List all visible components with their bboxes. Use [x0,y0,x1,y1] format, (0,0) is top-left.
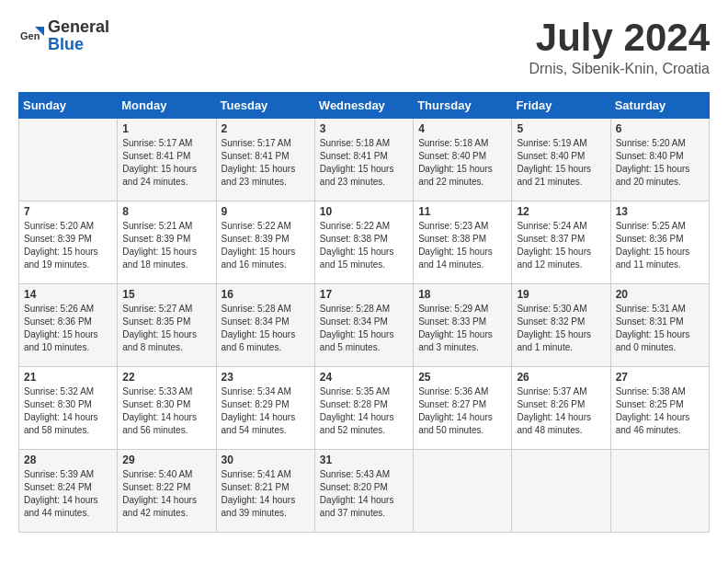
location-title: Drnis, Sibenik-Knin, Croatia [529,61,710,77]
day-info: Sunrise: 5:38 AM Sunset: 8:25 PM Dayligh… [616,385,704,437]
calendar-cell: 15Sunrise: 5:27 AM Sunset: 8:35 PM Dayli… [118,284,216,367]
calendar-cell: 8Sunrise: 5:21 AM Sunset: 8:39 PM Daylig… [118,201,216,284]
calendar-cell [19,119,118,201]
calendar-cell: 24Sunrise: 5:35 AM Sunset: 8:28 PM Dayli… [314,367,413,450]
day-info: Sunrise: 5:21 AM Sunset: 8:39 PM Dayligh… [122,220,210,271]
svg-text:Gen: Gen [20,30,40,41]
day-number: 23 [222,371,310,384]
calendar-cell: 30Sunrise: 5:41 AM Sunset: 8:21 PM Dayli… [216,450,314,533]
day-number: 1 [122,122,210,135]
day-info: Sunrise: 5:40 AM Sunset: 8:22 PM Dayligh… [122,468,210,520]
day-info: Sunrise: 5:35 AM Sunset: 8:28 PM Dayligh… [320,385,408,437]
day-info: Sunrise: 5:19 AM Sunset: 8:40 PM Dayligh… [517,137,605,189]
day-number: 18 [418,288,506,301]
day-number: 14 [24,288,112,301]
day-info: Sunrise: 5:26 AM Sunset: 8:36 PM Dayligh… [24,303,112,354]
day-number: 21 [24,371,112,384]
day-info: Sunrise: 5:43 AM Sunset: 8:20 PM Dayligh… [320,468,408,520]
day-number: 3 [320,122,408,135]
day-number: 20 [616,288,704,301]
day-info: Sunrise: 5:33 AM Sunset: 8:30 PM Dayligh… [122,385,210,437]
calendar-header-row: SundayMondayTuesdayWednesdayThursdayFrid… [19,93,710,119]
day-info: Sunrise: 5:28 AM Sunset: 8:34 PM Dayligh… [320,303,408,354]
calendar-cell: 14Sunrise: 5:26 AM Sunset: 8:36 PM Dayli… [19,284,118,367]
calendar-cell: 26Sunrise: 5:37 AM Sunset: 8:26 PM Dayli… [512,367,610,450]
day-number: 5 [517,122,605,135]
calendar-cell [610,450,709,533]
calendar-cell [414,450,512,533]
title-area: July 2024 Drnis, Sibenik-Knin, Croatia [529,18,710,77]
calendar-cell: 23Sunrise: 5:34 AM Sunset: 8:29 PM Dayli… [216,367,314,450]
calendar-week-row: 28Sunrise: 5:39 AM Sunset: 8:24 PM Dayli… [19,450,710,533]
logo-blue-text: Blue [48,35,84,53]
day-info: Sunrise: 5:20 AM Sunset: 8:39 PM Dayligh… [24,220,112,271]
calendar-cell: 6Sunrise: 5:20 AM Sunset: 8:40 PM Daylig… [610,119,709,201]
calendar-cell: 20Sunrise: 5:31 AM Sunset: 8:31 PM Dayli… [610,284,709,367]
calendar-week-row: 7Sunrise: 5:20 AM Sunset: 8:39 PM Daylig… [19,201,710,284]
day-number: 12 [517,205,605,218]
calendar-cell: 11Sunrise: 5:23 AM Sunset: 8:38 PM Dayli… [414,201,512,284]
calendar-table: SundayMondayTuesdayWednesdayThursdayFrid… [18,92,710,533]
calendar-cell: 12Sunrise: 5:24 AM Sunset: 8:37 PM Dayli… [512,201,610,284]
day-number: 4 [418,122,506,135]
calendar-cell: 5Sunrise: 5:19 AM Sunset: 8:40 PM Daylig… [512,119,610,201]
day-info: Sunrise: 5:36 AM Sunset: 8:27 PM Dayligh… [418,385,506,437]
day-number: 22 [122,371,210,384]
column-header-friday: Friday [512,93,610,119]
day-info: Sunrise: 5:22 AM Sunset: 8:38 PM Dayligh… [320,220,408,271]
day-number: 11 [418,205,506,218]
day-info: Sunrise: 5:41 AM Sunset: 8:21 PM Dayligh… [222,468,310,520]
day-info: Sunrise: 5:39 AM Sunset: 8:24 PM Dayligh… [24,468,112,520]
logo-general-text: General [48,17,109,36]
calendar-cell: 25Sunrise: 5:36 AM Sunset: 8:27 PM Dayli… [414,367,512,450]
day-number: 30 [222,454,310,466]
day-info: Sunrise: 5:29 AM Sunset: 8:33 PM Dayligh… [418,303,506,354]
calendar-cell: 9Sunrise: 5:22 AM Sunset: 8:39 PM Daylig… [216,201,314,284]
day-number: 10 [320,205,408,218]
day-number: 28 [24,454,112,466]
calendar-cell: 28Sunrise: 5:39 AM Sunset: 8:24 PM Dayli… [19,450,118,533]
day-info: Sunrise: 5:18 AM Sunset: 8:41 PM Dayligh… [320,137,408,189]
day-number: 31 [320,454,408,466]
page-header: Gen General Blue July 2024 Drnis, Sibeni… [18,18,710,77]
day-number: 29 [122,454,210,466]
column-header-wednesday: Wednesday [314,93,413,119]
day-info: Sunrise: 5:32 AM Sunset: 8:30 PM Dayligh… [24,385,112,437]
day-info: Sunrise: 5:23 AM Sunset: 8:38 PM Dayligh… [418,220,506,271]
day-info: Sunrise: 5:17 AM Sunset: 8:41 PM Dayligh… [122,137,210,189]
day-number: 16 [222,288,310,301]
column-header-monday: Monday [118,93,216,119]
calendar-cell [512,450,610,533]
logo-icon: Gen [18,23,44,49]
day-info: Sunrise: 5:17 AM Sunset: 8:41 PM Dayligh… [222,137,310,189]
calendar-week-row: 1Sunrise: 5:17 AM Sunset: 8:41 PM Daylig… [19,119,710,201]
calendar-cell: 7Sunrise: 5:20 AM Sunset: 8:39 PM Daylig… [19,201,118,284]
day-number: 26 [517,371,605,384]
day-info: Sunrise: 5:27 AM Sunset: 8:35 PM Dayligh… [122,303,210,354]
calendar-cell: 17Sunrise: 5:28 AM Sunset: 8:34 PM Dayli… [314,284,413,367]
day-number: 24 [320,371,408,384]
day-number: 19 [517,288,605,301]
day-number: 8 [122,205,210,218]
calendar-cell: 10Sunrise: 5:22 AM Sunset: 8:38 PM Dayli… [314,201,413,284]
day-info: Sunrise: 5:30 AM Sunset: 8:32 PM Dayligh… [517,303,605,354]
day-info: Sunrise: 5:31 AM Sunset: 8:31 PM Dayligh… [616,303,704,354]
calendar-cell: 4Sunrise: 5:18 AM Sunset: 8:40 PM Daylig… [414,119,512,201]
calendar-week-row: 14Sunrise: 5:26 AM Sunset: 8:36 PM Dayli… [19,284,710,367]
day-info: Sunrise: 5:22 AM Sunset: 8:39 PM Dayligh… [222,220,310,271]
day-info: Sunrise: 5:20 AM Sunset: 8:40 PM Dayligh… [616,137,704,189]
logo: Gen General Blue [18,18,109,53]
day-info: Sunrise: 5:24 AM Sunset: 8:37 PM Dayligh… [517,220,605,271]
day-number: 9 [222,205,310,218]
day-number: 7 [24,205,112,218]
calendar-cell: 19Sunrise: 5:30 AM Sunset: 8:32 PM Dayli… [512,284,610,367]
day-info: Sunrise: 5:25 AM Sunset: 8:36 PM Dayligh… [616,220,704,271]
calendar-week-row: 21Sunrise: 5:32 AM Sunset: 8:30 PM Dayli… [19,367,710,450]
calendar-cell: 3Sunrise: 5:18 AM Sunset: 8:41 PM Daylig… [314,119,413,201]
day-info: Sunrise: 5:34 AM Sunset: 8:29 PM Dayligh… [222,385,310,437]
calendar-cell: 18Sunrise: 5:29 AM Sunset: 8:33 PM Dayli… [414,284,512,367]
day-number: 27 [616,371,704,384]
day-number: 6 [616,122,704,135]
calendar-body: 1Sunrise: 5:17 AM Sunset: 8:41 PM Daylig… [19,119,710,533]
calendar-cell: 2Sunrise: 5:17 AM Sunset: 8:41 PM Daylig… [216,119,314,201]
